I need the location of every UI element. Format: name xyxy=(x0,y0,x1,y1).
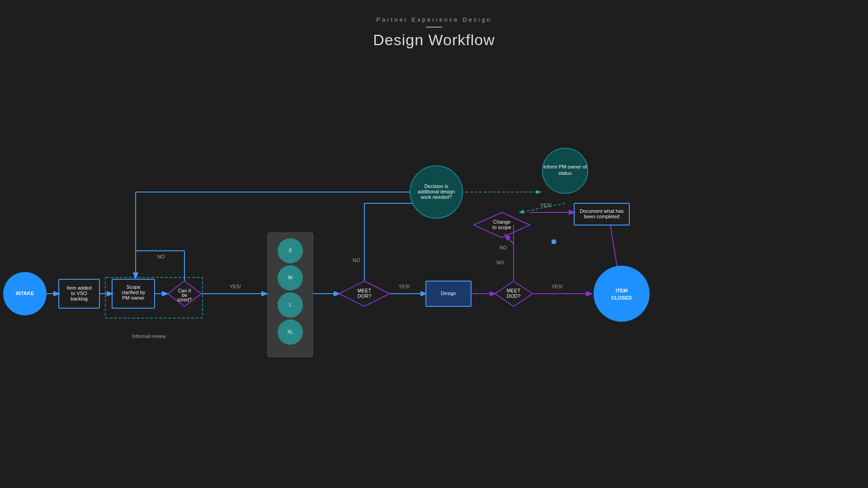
svg-text:status: status xyxy=(558,170,572,176)
svg-text:MEET: MEET xyxy=(507,288,521,293)
svg-text:Scope: Scope xyxy=(126,284,140,290)
svg-text:YES!: YES! xyxy=(399,284,410,289)
svg-text:CLOSED: CLOSED xyxy=(611,295,632,300)
svg-text:clarified by: clarified by xyxy=(122,290,146,295)
workflow-diagram: YES! YES! YES! NO Informal review NO NO … xyxy=(0,72,868,470)
svg-text:Decision is: Decision is xyxy=(424,183,448,189)
svg-text:PM owner: PM owner xyxy=(122,295,145,300)
svg-text:DOD?: DOD? xyxy=(507,293,521,299)
svg-text:to VSO: to VSO xyxy=(71,291,87,296)
svg-text:INTAKE: INTAKE xyxy=(16,291,34,296)
svg-text:M: M xyxy=(288,275,292,280)
svg-text:work needed?: work needed? xyxy=(420,194,452,200)
svg-text:to scope: to scope xyxy=(492,225,511,230)
svg-text:been completed: been completed xyxy=(584,214,619,219)
svg-text:Informal review: Informal review xyxy=(132,333,166,339)
svg-line-24 xyxy=(505,235,514,244)
svg-text:ITEM: ITEM xyxy=(616,288,627,293)
svg-point-32 xyxy=(552,239,556,244)
page-title: Design Workflow xyxy=(0,31,868,49)
svg-text:S: S xyxy=(288,248,292,253)
svg-text:NO: NO xyxy=(157,254,165,259)
svg-text:YES!: YES! xyxy=(552,284,563,289)
svg-text:L: L xyxy=(289,302,292,307)
svg-text:NO: NO xyxy=(500,245,507,250)
svg-text:Item added: Item added xyxy=(66,285,91,291)
svg-text:Design: Design xyxy=(441,291,456,296)
svg-text:backlog: backlog xyxy=(71,296,88,301)
svg-text:additional design: additional design xyxy=(418,189,455,194)
svg-text:Change: Change xyxy=(493,219,511,225)
diagram-container: YES! YES! YES! NO Informal review NO NO … xyxy=(0,72,868,470)
svg-text:XL: XL xyxy=(287,329,293,334)
svg-text:Document what has: Document what has xyxy=(580,208,624,214)
svg-text:YES!: YES! xyxy=(230,284,241,289)
item-closed-node xyxy=(594,266,650,322)
svg-text:sized?: sized? xyxy=(177,297,192,302)
svg-text:NO: NO xyxy=(496,260,504,265)
page-subtitle: Partner Experience Design xyxy=(0,16,868,23)
svg-text:NO: NO xyxy=(353,258,360,263)
svg-text:DOR?: DOR? xyxy=(358,293,372,299)
page-header: Partner Experience Design Design Workflo… xyxy=(0,0,868,49)
svg-text:MEET: MEET xyxy=(358,288,372,293)
svg-text:Inform PM owner of: Inform PM owner of xyxy=(543,164,587,169)
header-divider xyxy=(426,27,442,28)
